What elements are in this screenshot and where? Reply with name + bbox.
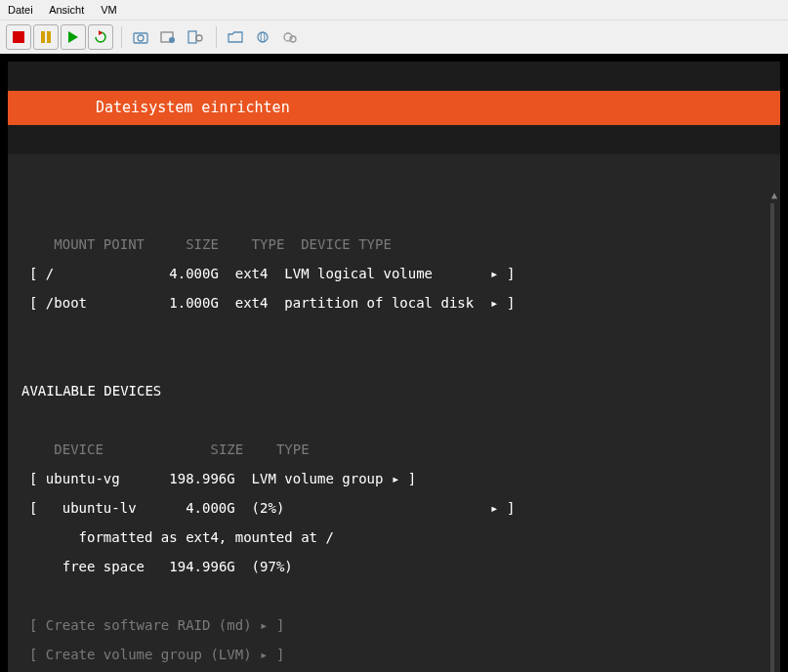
- fs-row[interactable]: [ / 4.000G ext4 LVM logical volume ▸ ]: [8, 267, 780, 281]
- terminal: Dateisystem einrichten ▲ ▼ MOUNT POINT S…: [8, 62, 780, 672]
- avail-row: free space 194.996G (97%): [8, 560, 780, 574]
- refresh-button[interactable]: [88, 24, 113, 50]
- svg-point-12: [261, 32, 265, 42]
- fs-row[interactable]: [ /boot 1.000G ext4 partition of local d…: [8, 296, 780, 311]
- expand-arrow-icon: ▸: [260, 647, 268, 662]
- screenshot-button[interactable]: [155, 24, 181, 50]
- svg-point-8: [169, 37, 175, 43]
- expand-arrow-icon: ▸: [392, 471, 399, 486]
- svg-rect-1: [41, 31, 45, 43]
- fs-header: MOUNT POINT SIZE TYPE DEVICE TYPE: [8, 237, 780, 252]
- menu-view[interactable]: Ansicht: [49, 4, 84, 16]
- installer-body: ▲ ▼ MOUNT POINT SIZE TYPE DEVICE TYPE [ …: [8, 154, 780, 672]
- scrollbar-track[interactable]: [770, 203, 774, 672]
- devices-button[interactable]: [183, 24, 208, 50]
- svg-point-10: [196, 35, 202, 41]
- vm-console-frame: Dateisystem einrichten ▲ ▼ MOUNT POINT S…: [0, 54, 788, 672]
- host-toolbar: [0, 21, 788, 54]
- menu-vm[interactable]: VM: [101, 4, 117, 16]
- svg-point-11: [258, 32, 268, 42]
- play-button[interactable]: [61, 24, 86, 50]
- svg-rect-0: [13, 31, 24, 43]
- stop-button[interactable]: [6, 24, 31, 50]
- avail-row[interactable]: [ ubuntu-lv 4.000G (2%) ▸ ]: [8, 501, 780, 516]
- toolbar-sep2: [216, 26, 217, 48]
- folder-button[interactable]: [223, 24, 248, 50]
- create-lvm-action[interactable]: [ Create volume group (LVM) ▸ ]: [8, 648, 780, 662]
- available-title: AVAILABLE DEVICES: [8, 384, 780, 399]
- toolbar-sep: [121, 26, 122, 48]
- create-raid-action[interactable]: [ Create software RAID (md) ▸ ]: [8, 618, 780, 633]
- expand-arrow-icon: ▸: [490, 500, 498, 516]
- svg-point-6: [138, 35, 144, 41]
- svg-rect-2: [47, 31, 51, 43]
- expand-arrow-icon: ▸: [260, 617, 268, 633]
- svg-marker-3: [68, 31, 78, 43]
- snapshot-button[interactable]: [128, 24, 153, 50]
- settings-button[interactable]: [277, 24, 303, 50]
- scroll-up-arrow: ▲: [771, 188, 777, 202]
- menu-file[interactable]: Datei: [8, 4, 33, 16]
- avail-note: formatted as ext4, mounted at /: [8, 530, 780, 545]
- avail-row[interactable]: [ ubuntu-vg 198.996G LVM volume group ▸ …: [8, 472, 780, 486]
- expand-arrow-icon: ▸: [490, 266, 498, 281]
- host-menubar: Datei Ansicht VM: [0, 0, 788, 21]
- installer-title: Dateisystem einrichten: [96, 99, 290, 116]
- installer-header: Dateisystem einrichten: [8, 91, 780, 125]
- network-button[interactable]: [250, 24, 275, 50]
- pause-button[interactable]: [33, 24, 59, 50]
- avail-header: DEVICE SIZE TYPE: [8, 442, 780, 457]
- expand-arrow-icon: ▸: [490, 295, 498, 311]
- svg-rect-9: [188, 31, 196, 43]
